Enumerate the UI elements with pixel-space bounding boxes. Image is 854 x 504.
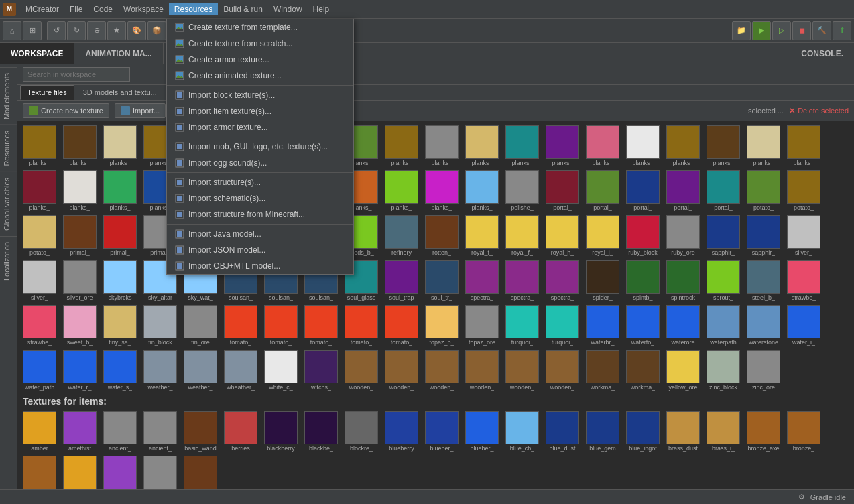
svg-rect-29 [177,231,182,237]
dropdown-item-create-armor[interactable]: Create armor texture... [167,52,353,68]
cube-icon [175,178,184,187]
svg-rect-31 [177,247,182,253]
image-icon [175,23,184,32]
cube-icon [175,158,184,168]
svg-rect-19 [177,144,182,149]
dropdown-item-label: Create texture from template... [188,23,298,32]
svg-rect-15 [177,109,182,114]
dropdown-item-import-block[interactable]: Import block texture(s)... [167,87,353,103]
dropdown-item-import-structure-mc[interactable]: Import structure from Minecraft... [167,206,353,223]
dropdown-item-label: Import structure from Minecraft... [188,210,305,219]
dropdown-item-label: Import Java model... [188,229,261,239]
cube-icon [175,142,184,151]
dropdown-item-create-from-scratch[interactable]: Create texture from scratch... [167,36,353,52]
svg-rect-23 [177,180,182,185]
dropdown-item-label: Import OBJ+MTL model... [188,261,280,271]
svg-rect-27 [177,212,182,217]
image-icon [175,55,184,64]
cube-icon [175,107,184,116]
image-icon [175,39,184,48]
dropdown-item-label: Create animated texture... [188,71,282,80]
dropdown-item-label: Import JSON model... [188,245,265,255]
svg-rect-33 [177,263,182,269]
dropdown-item-import-ogg[interactable]: Import ogg sound(s)... [167,155,353,171]
dropdown-item-label: Import armor texture... [188,123,268,132]
dropdown-item-import-structure[interactable]: Import structure(s)... [167,174,353,190]
dropdown-item-label: Import ogg sound(s)... [188,158,267,168]
dropdown-divider [167,224,353,225]
image-icon [175,71,184,80]
dropdown-overlay[interactable]: Create texture from template...Create te… [0,0,854,504]
dropdown-divider [167,172,353,173]
dropdown-item-import-json[interactable]: Import JSON model... [167,242,353,258]
cube-icon [175,245,184,255]
dropdown-item-import-obj[interactable]: Import OBJ+MTL model... [167,258,353,274]
dropdown-item-label: Import block texture(s)... [188,90,275,100]
svg-rect-13 [177,92,182,98]
dropdown-item-import-mob[interactable]: Import mob, GUI, logo, etc. texture(s)..… [167,139,353,155]
dropdown-item-label: Import item texture(s)... [188,107,271,116]
dropdown-item-import-schematic[interactable]: Import schematic(s)... [167,190,353,206]
dropdown-item-label: Import structure(s)... [188,178,261,187]
cube-icon [175,90,184,100]
dropdown-divider [167,137,353,137]
cube-icon [175,229,184,239]
svg-rect-17 [177,125,182,130]
dropdown-item-label: Import schematic(s)... [188,194,265,203]
dropdown-item-create-animated[interactable]: Create animated texture... [167,68,353,84]
cube-icon [175,194,184,203]
dropdown-item-import-armor[interactable]: Import armor texture... [167,119,353,135]
dropdown-divider [167,85,353,86]
svg-rect-25 [177,196,182,201]
svg-rect-21 [177,160,182,166]
cube-icon [175,210,184,219]
cube-icon [175,261,184,271]
cube-icon [175,123,184,132]
dropdown-item-label: Create armor texture... [188,55,269,64]
dropdown-item-create-from-template[interactable]: Create texture from template... [167,19,353,36]
dropdown-item-import-item[interactable]: Import item texture(s)... [167,103,353,119]
dropdown-item-import-java[interactable]: Import Java model... [167,226,353,242]
dropdown-menu: Create texture from template...Create te… [166,19,354,275]
dropdown-item-label: Import mob, GUI, logo, etc. texture(s)..… [188,142,328,151]
dropdown-item-label: Create texture from scratch... [188,39,292,48]
